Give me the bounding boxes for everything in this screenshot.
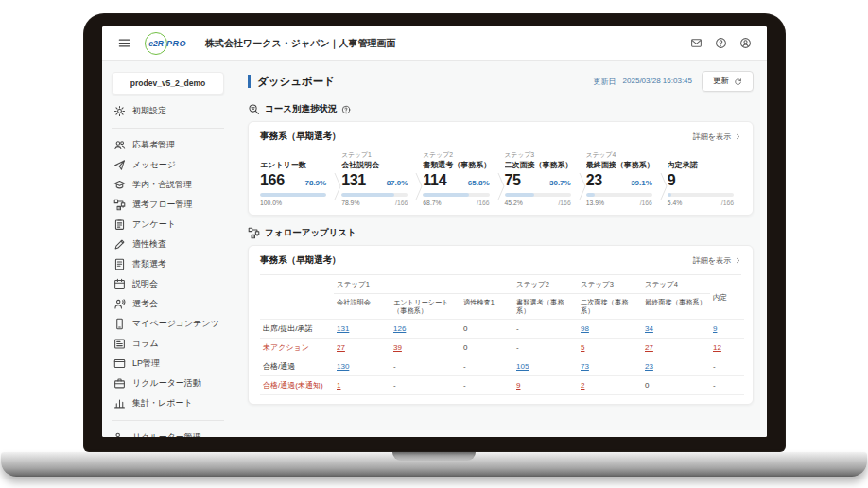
sidebar-item-選考フロー管理[interactable]: 選考フロー管理 (112, 195, 224, 215)
table-cell: 9 (710, 320, 744, 339)
funnel-step-value: 131 (341, 172, 366, 189)
sidebar-item-適性検査[interactable]: 適性検査 (112, 235, 224, 254)
table-cell-link[interactable]: 27 (337, 343, 345, 352)
table-cell-link[interactable]: 5 (581, 343, 584, 352)
table-cell-link[interactable]: 2 (581, 381, 584, 390)
funnel-progress-bar (505, 193, 571, 197)
funnel-conversion-rate: 87.0% (387, 179, 408, 187)
funnel-step-name: 二次面接（事務系） (505, 160, 579, 170)
sidebar-item-初期設定[interactable]: 初期設定 (112, 101, 224, 121)
funnel-progress-bar (586, 193, 652, 197)
table-cell: 0 (642, 376, 710, 395)
table-cell-link[interactable]: 34 (645, 324, 653, 333)
sidebar-item-label: リクルーター管理 (132, 431, 201, 437)
table-row-label: 出席/提出/承諾 (260, 320, 334, 339)
table-cell-link[interactable]: 12 (713, 343, 721, 352)
table-cell-link[interactable]: 98 (581, 324, 589, 333)
funnel-denominator: /166 (640, 200, 652, 206)
funnel-step-label: ステップ2 (423, 150, 496, 159)
sidebar-item-書類選考[interactable]: 書類選考 (112, 254, 224, 274)
table-cell-link[interactable]: 130 (337, 362, 349, 371)
laptop-notch (392, 452, 476, 461)
funnel-progress-fill (505, 193, 535, 197)
sidebar-item-label: 書類選考 (132, 258, 166, 270)
progress-funnel: エントリー数16678.9%100.0%ステップ1会社説明会13187.0%78… (260, 150, 741, 206)
table-cell: 27 (334, 339, 391, 357)
table-cell-link[interactable]: 39 (393, 343, 402, 352)
funnel-sub-row: 13.9%/166 (586, 200, 660, 206)
environment-selector[interactable]: prodev_v5_2_demo (112, 72, 224, 95)
logo-mark: e2R (145, 32, 167, 55)
funnel-denominator: /166 (558, 200, 570, 206)
table-row-未アクション: 未アクション27390-52712 (260, 339, 744, 357)
table-cell: - (391, 357, 460, 376)
funnel-rate-of-total: 100.0% (260, 200, 282, 206)
table-cell-link[interactable]: 9 (516, 381, 520, 390)
table-step-group-header: ステップ1 (334, 276, 513, 294)
funnel-rate-of-total: 68.7% (423, 200, 441, 206)
page-title: ダッシュボード (248, 75, 335, 88)
funnel-step-name: 書類選考（事務系） (423, 160, 496, 170)
table-cell-link[interactable]: 9 (713, 324, 717, 333)
sidebar-item-リクルーター活動[interactable]: リクルーター活動 (112, 374, 224, 393)
school-icon (113, 179, 126, 191)
funnel-sub-row: 100.0% (260, 200, 334, 206)
info-icon[interactable] (341, 105, 351, 114)
sidebar-item-メッセージ[interactable]: メッセージ (112, 155, 224, 175)
browser-icon (113, 357, 126, 370)
funnel-step-会社説明会: ステップ1会社説明会13187.0%78.9%/166 (341, 150, 415, 206)
table-cell-link[interactable]: 23 (645, 362, 653, 371)
app-window: e2R PRO 株式会社ワークス・ジャパン｜人事管理画面 (102, 26, 767, 437)
progress-details-link[interactable]: 詳細を表示 (693, 131, 741, 142)
bar-chart-icon (113, 397, 126, 410)
table-cell: 27 (642, 339, 710, 357)
sidebar-item-集計・レポート[interactable]: 集計・レポート (112, 393, 224, 413)
updated-label: 更新日 (594, 77, 616, 87)
table-step-group-header: ステップ3 (578, 276, 642, 294)
sidebar-item-選考会[interactable]: 選考会 (112, 294, 224, 314)
table-cell-link[interactable]: 126 (393, 324, 406, 333)
sidebar-item-コラム[interactable]: コラム (112, 334, 224, 354)
funnel-step-name: 内定承諾 (668, 160, 741, 170)
table-cell: 12 (710, 339, 744, 357)
table-cell: 34 (642, 320, 710, 339)
table-column-header: 適性検査1 (460, 294, 513, 320)
table-row-出席/提出/承諾: 出席/提出/承諾1311260-98349 (260, 320, 744, 339)
sidebar-item-label: アンケート (132, 218, 176, 231)
followup-details-link[interactable]: 詳細を表示 (693, 255, 741, 266)
funnel-conversion-rate: 78.9% (304, 179, 326, 187)
updated-timestamp: 2025/03/28 16:03:45 (623, 77, 692, 87)
table-cell-link[interactable]: 73 (581, 362, 589, 371)
followup-table: ステップ1ステップ2ステップ3ステップ4内定会社説明会エントリーシート（事務系）… (260, 276, 744, 395)
followup-card: 事務系（早期選考） 詳細を表示 ステップ (248, 245, 754, 405)
funnel-step-label: ステップ1 (341, 150, 415, 159)
funnel-step-最終面接（事務系）: ステップ4最終面接（事務系）2339.1%13.9%/166 (586, 150, 660, 206)
refresh-button[interactable]: 更新 (702, 71, 754, 92)
menu-icon[interactable] (117, 36, 131, 50)
flow-icon (248, 227, 260, 239)
funnel-step-二次面接（事務系）: ステップ3二次面接（事務系）7530.7%45.2%/166 (505, 150, 579, 206)
sidebar-item-リクルーター管理[interactable]: リクルーター管理 (112, 427, 224, 437)
sidebar-item-説明会[interactable]: 説明会 (112, 274, 224, 294)
article-icon (113, 338, 126, 350)
table-cell-link[interactable]: 27 (645, 343, 653, 352)
followup-section-heading: フォローアップリスト (248, 227, 754, 239)
funnel-step-name: 会社説明会 (341, 160, 415, 170)
funnel-progress-bar (260, 193, 326, 197)
sidebar-item-マイページコンテンツ[interactable]: マイページコンテンツ (112, 314, 224, 334)
table-cell-link[interactable]: 105 (516, 362, 529, 371)
table-cell-link[interactable]: 1 (337, 381, 340, 390)
mail-icon[interactable] (690, 37, 703, 49)
sidebar-item-応募者管理[interactable]: 応募者管理 (112, 135, 224, 155)
account-icon[interactable] (739, 37, 752, 49)
sidebar-item-学内・合説管理[interactable]: 学内・合説管理 (112, 175, 224, 195)
table-empty-header-cell (260, 294, 334, 320)
sidebar-item-LP管理[interactable]: LP管理 (112, 354, 224, 374)
help-icon[interactable] (715, 37, 727, 49)
funnel-step-value: 9 (668, 172, 676, 189)
funnel-value-row: 9 (668, 172, 741, 189)
funnel-conversion-rate: 30.7% (549, 179, 571, 187)
sidebar-item-アンケート[interactable]: アンケート (112, 215, 224, 235)
table-cell-link[interactable]: 131 (337, 324, 349, 333)
progress-section-heading: コース別進捗状況 (248, 103, 754, 115)
